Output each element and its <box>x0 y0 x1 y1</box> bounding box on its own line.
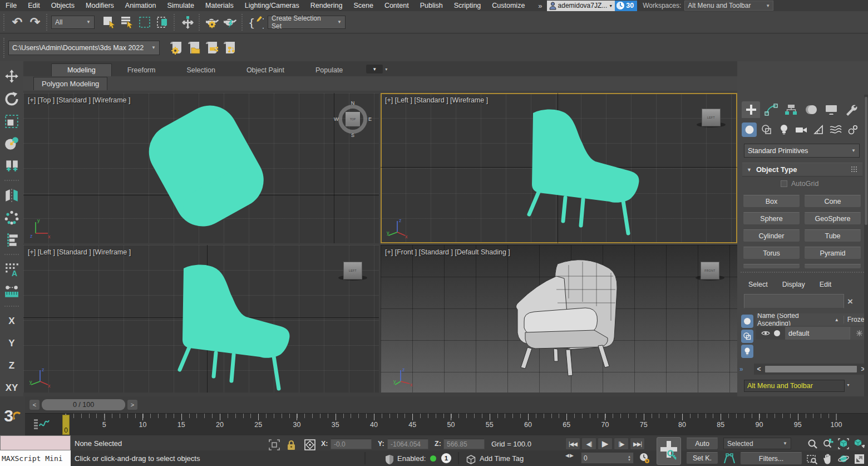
autogrid-control[interactable]: AutoGrid <box>781 180 818 188</box>
isolate-selection-toggle[interactable] <box>268 438 281 452</box>
explorer-expand-icon[interactable]: » <box>739 365 743 373</box>
hscroll-left-icon[interactable]: < <box>754 365 764 373</box>
filter-geometry-toggle[interactable] <box>741 315 753 328</box>
menu-simulate[interactable]: Simulate <box>161 0 200 11</box>
explorer-search-input[interactable] <box>744 294 844 308</box>
frame-stepper-arrows[interactable]: ◀▶ <box>565 453 574 458</box>
select-object-button[interactable] <box>100 13 118 31</box>
ribbon-minimize-button[interactable]: ▼▾ <box>366 65 387 73</box>
maxscript-mini-label-box[interactable]: MAXScript Mini <box>0 450 71 466</box>
axis-constraint-y[interactable]: Y <box>2 335 21 352</box>
zoom-extents-button[interactable] <box>837 437 850 450</box>
select-and-place-tool[interactable] <box>2 135 21 152</box>
frame-step-right-icon[interactable]: ▶ <box>570 453 574 458</box>
menu-publish[interactable]: Publish <box>415 0 448 11</box>
undo-button[interactable]: ↶ <box>8 13 26 31</box>
menu-customize[interactable]: Customize <box>486 0 530 11</box>
project-folder-dropdown[interactable]: C:\Users\Admin\Documents\3ds Max 2022 ▼ <box>8 41 160 55</box>
chair-object-side-view[interactable] <box>504 105 643 236</box>
autogrid-checkbox[interactable] <box>781 180 787 187</box>
subtab-systems[interactable] <box>845 122 860 137</box>
chair-object-top-view[interactable] <box>143 100 268 233</box>
render-setup-button[interactable] <box>204 13 221 31</box>
object-color-swatch[interactable] <box>774 330 780 336</box>
tab-modify[interactable] <box>762 101 780 118</box>
search-clear-icon[interactable]: × <box>847 296 853 307</box>
subtab-space-warps[interactable] <box>828 122 843 137</box>
prev-frame-small-button[interactable]: < <box>29 400 40 410</box>
clone-tools[interactable] <box>2 157 21 174</box>
column-name-header[interactable]: Name (Sorted Ascending) <box>756 313 832 326</box>
subtab-helpers[interactable] <box>811 122 826 137</box>
redo-button[interactable]: ↷ <box>26 13 44 31</box>
time-configuration-button[interactable] <box>638 452 651 465</box>
viewport-left-lower-label[interactable]: [+] [Left ] [Standard ] [Wireframe ] <box>28 248 131 256</box>
timeline-track[interactable]: 0510152025303540455055606570758085909510… <box>25 413 868 435</box>
button-pyramid[interactable]: Pyramid <box>804 247 861 259</box>
render-button[interactable] <box>221 13 239 31</box>
menu-scripting[interactable]: Scripting <box>448 0 487 11</box>
object-name-cell[interactable]: default <box>785 327 850 340</box>
set-keys-button[interactable] <box>657 437 681 465</box>
ribbon-panel-polygon-modeling[interactable]: Polygon Modeling <box>33 77 107 90</box>
go-to-end-button[interactable]: ▶▶| <box>630 438 645 450</box>
chair-object-shaded[interactable] <box>502 254 620 393</box>
project-nodes-button[interactable] <box>221 39 239 57</box>
align-tool[interactable] <box>2 231 21 248</box>
zoom-region-button[interactable] <box>806 452 819 465</box>
x-coordinate-field[interactable]: -0.0 <box>331 439 372 449</box>
menu-modifiers[interactable]: Modifiers <box>80 0 120 11</box>
workspace-dropdown-top[interactable]: Alt Menu and Toolbar ▼ <box>684 1 773 11</box>
key-mode-dropdown[interactable]: Selected ▼ <box>723 438 791 449</box>
next-frame-small-button[interactable]: > <box>127 400 137 410</box>
workspace-selector-bottom[interactable]: Alt Menu and Toolbar <box>744 380 845 392</box>
viewcube-face[interactable]: LEFT <box>702 109 721 126</box>
measure-tool[interactable] <box>2 283 21 300</box>
select-and-rotate-tool[interactable] <box>2 90 21 107</box>
absolute-mode-toggle[interactable] <box>303 438 317 452</box>
command-panel-scrollbar[interactable] <box>864 95 868 396</box>
viewcube-face[interactable]: TOP <box>346 112 360 126</box>
time-slider-marker[interactable]: 0 <box>62 415 70 435</box>
select-and-move-button[interactable] <box>179 13 196 31</box>
maximize-viewport-toggle[interactable] <box>852 452 866 465</box>
key-filters-button[interactable]: Filters... <box>740 452 802 465</box>
subtab-shapes[interactable] <box>759 122 774 137</box>
snaps-toggle-button[interactable]: 3 <box>4 409 21 423</box>
button-cone[interactable]: Cone <box>804 195 861 208</box>
zoom-all-button[interactable] <box>821 437 835 450</box>
viewcube-compass[interactable]: N S W E TOP <box>338 105 367 134</box>
visibility-eye-icon[interactable] <box>761 330 770 336</box>
play-button[interactable]: ▶ <box>598 438 613 450</box>
explorer-row-default[interactable]: default <box>756 327 868 340</box>
tab-display[interactable] <box>822 101 840 118</box>
sort-ascending-icon[interactable]: ▲ <box>835 317 839 322</box>
security-message-count[interactable]: 1 <box>441 453 451 463</box>
auto-key-button[interactable]: Auto <box>686 438 718 450</box>
project-structure-button[interactable] <box>203 39 221 57</box>
button-sphere[interactable]: Sphere <box>743 212 800 225</box>
viewport-top-label[interactable]: [+] [Top ] [Standard ] [Wireframe ] <box>28 96 130 104</box>
menu-animation[interactable]: Animation <box>120 0 162 11</box>
y-coordinate-field[interactable]: -1064.054 <box>387 439 428 449</box>
previous-frame-button[interactable]: ◀|| <box>581 438 596 450</box>
z-coordinate-field[interactable]: 566.85 <box>443 439 485 449</box>
subtab-cameras[interactable] <box>793 122 808 137</box>
viewcube-face[interactable]: FRONT <box>701 262 719 279</box>
explorer-menu-edit[interactable]: Edit <box>820 281 832 288</box>
window-crossing-toggle[interactable] <box>154 13 171 31</box>
mirror-tool[interactable] <box>2 187 21 204</box>
menu-materials[interactable]: Materials <box>200 0 239 11</box>
rectangular-selection-region-button[interactable] <box>136 13 154 31</box>
viewport-left-upper[interactable]: [+] [Left ] [Standard ] [Wireframe ] LEF… <box>381 93 737 243</box>
explorer-hscrollbar[interactable]: < > <box>754 364 868 375</box>
object-type-rollout-header[interactable]: ▼ Object Type <box>742 163 862 176</box>
timeline-ruler-scale[interactable]: 0510152025303540455055606570758085909510… <box>66 414 836 436</box>
axis-constraint-x[interactable]: X <box>2 312 21 330</box>
open-script-editor-button[interactable]: { } <box>246 13 264 31</box>
button-clipped[interactable] <box>743 264 800 269</box>
tab-utilities[interactable] <box>842 101 860 118</box>
explorer-menu-select[interactable]: Select <box>748 281 768 288</box>
menu-scene[interactable]: Scene <box>348 0 378 11</box>
viewport-top[interactable]: [+] [Top ] [Standard ] [Wireframe ] N S … <box>23 93 379 243</box>
